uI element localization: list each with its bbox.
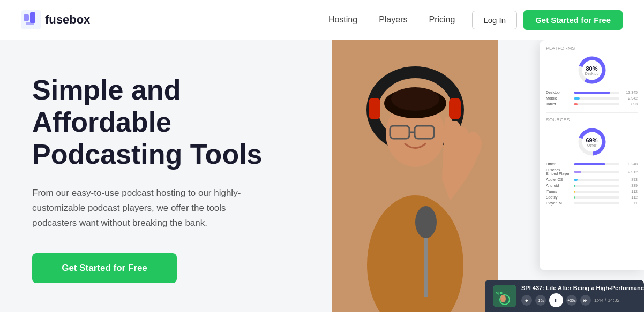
stat-label: Other xyxy=(546,162,572,166)
nav-cta-button[interactable]: Get Started for Free xyxy=(523,10,623,30)
stat-row: Tablet 893 xyxy=(546,102,638,106)
stat-bar-fill xyxy=(574,196,575,199)
player-controls: ⏮ -15s ⏸ +30s ⏭ 1:44 / 34:32 xyxy=(521,293,644,307)
player-time: 1:44 / 34:32 xyxy=(594,298,620,303)
stat-bar-fill xyxy=(574,103,578,105)
svg-point-24 xyxy=(500,295,506,302)
stat-label: PlayerFM xyxy=(546,201,572,205)
stat-bar-fill xyxy=(574,179,578,181)
hero-left: Simple and Affordable Podcasting Tools F… xyxy=(0,40,332,312)
stat-val: 112 xyxy=(621,189,638,193)
svg-text:spi: spi xyxy=(496,290,503,295)
stat-label: Apple iOS xyxy=(546,178,572,181)
stat-bar-bg xyxy=(574,92,619,94)
player-thumb-art: spi xyxy=(493,285,516,307)
stat-label: Android xyxy=(546,184,572,187)
analytics-section2-title: Sources xyxy=(546,117,638,123)
stat-row: Fusebox Embed Player 2,912 xyxy=(546,168,638,176)
nav-pricing[interactable]: Pricing xyxy=(421,11,464,29)
stat-val: 13,345 xyxy=(621,90,638,94)
player-bar: spi SPI 437: Life After Being a High-Per… xyxy=(485,280,644,312)
divider xyxy=(546,112,638,113)
stat-bar-bg xyxy=(574,179,619,181)
donut1-label: 80% Desktop xyxy=(585,65,599,75)
logo-area[interactable]: fusebox xyxy=(21,10,90,29)
donut1-wrap: 80% Desktop xyxy=(576,54,608,86)
time-total: 34:32 xyxy=(608,298,620,303)
stat-bar-bg xyxy=(574,202,619,204)
stat-row: Apple iOS 893 xyxy=(546,178,638,181)
donut1-pct: 80% xyxy=(585,65,599,72)
stat-bar-bg xyxy=(574,196,619,199)
stat-bar-fill xyxy=(574,163,605,165)
nav-links: Hosting Players Pricing xyxy=(320,11,464,29)
stat-val: 893 xyxy=(621,102,638,106)
stat-val: 2,912 xyxy=(621,170,638,174)
hero-title: Simple and Affordable Podcasting Tools xyxy=(32,74,305,170)
stat-bar-fill xyxy=(574,185,575,187)
donut2-section: 69% Other Other 3,248 Fusebox Embed Play… xyxy=(546,126,638,207)
donut2-wrap: 69% Other xyxy=(576,126,608,158)
stat-label: Desktop xyxy=(546,90,572,94)
fusebox-logo-icon xyxy=(21,10,41,29)
skip-back-button[interactable]: -15s xyxy=(535,295,546,306)
rewind-button[interactable]: ⏮ xyxy=(521,295,532,306)
stat-label: Fusebox Embed Player xyxy=(546,168,572,176)
svg-rect-1 xyxy=(24,14,29,21)
stat-row: Desktop 13,345 xyxy=(546,90,638,94)
hero-section: Simple and Affordable Podcasting Tools F… xyxy=(0,40,644,312)
stat-row: Spotify 112 xyxy=(546,195,638,199)
stat-bar-fill xyxy=(574,97,580,100)
donut2-pct: 69% xyxy=(586,137,597,143)
hero-illustration xyxy=(332,40,498,312)
stat-bar-fill xyxy=(574,92,610,94)
svg-point-16 xyxy=(415,206,437,238)
navbar: fusebox Hosting Players Pricing Log In G… xyxy=(0,0,644,40)
stat-bar-fill xyxy=(574,202,574,204)
stat-row: Mobile 2,942 xyxy=(546,96,638,100)
analytics-section1-title: Platforms xyxy=(546,45,638,51)
svg-rect-7 xyxy=(449,98,461,119)
analytics-panel: Platforms 80% Desktop Desktop xyxy=(540,40,644,270)
stat-bar-bg xyxy=(574,97,619,100)
login-button[interactable]: Log In xyxy=(472,11,517,29)
stat-row: Android 339 xyxy=(546,184,638,187)
stat-bar-bg xyxy=(574,103,619,105)
stat-bar-bg xyxy=(574,171,619,173)
donut2-sub: Other xyxy=(586,143,597,147)
hero-right: Platforms 80% Desktop Desktop xyxy=(332,40,644,312)
player-episode-title: SPI 437: Life After Being a High-Perform… xyxy=(521,285,644,291)
skip-forward-button[interactable]: +30s xyxy=(566,295,577,306)
donut1-sub: Desktop xyxy=(585,72,599,75)
hero-description: From our easy-to-use podcast hosting to … xyxy=(32,186,263,231)
stat-label: Spotify xyxy=(546,195,572,199)
stat-bar-bg xyxy=(574,163,619,165)
stat-val: 71 xyxy=(621,201,638,205)
stat-val: 339 xyxy=(621,184,638,187)
stat-label: Mobile xyxy=(546,96,572,100)
stats2-list: Other 3,248 Fusebox Embed Player 2,912 xyxy=(546,162,638,207)
time-current: 1:44 xyxy=(594,298,604,303)
player-thumbnail: spi xyxy=(493,285,516,307)
stats1-list: Desktop 13,345 Mobile 2,942 xyxy=(546,90,638,108)
stat-val: 3,248 xyxy=(621,162,638,166)
stat-bar-fill xyxy=(574,171,581,173)
stat-val: 112 xyxy=(621,195,638,199)
nav-players[interactable]: Players xyxy=(370,11,416,29)
svg-rect-2 xyxy=(30,12,35,23)
svg-point-13 xyxy=(391,87,439,111)
pause-button[interactable]: ⏸ xyxy=(549,293,563,307)
stat-row: PlayerFM 71 xyxy=(546,201,638,205)
stat-label: iTunes xyxy=(546,189,572,193)
stat-row: iTunes 112 xyxy=(546,189,638,193)
stat-bar-fill xyxy=(574,191,575,193)
stat-row: Other 3,248 xyxy=(546,162,638,166)
nav-hosting[interactable]: Hosting xyxy=(320,11,366,29)
svg-rect-3 xyxy=(26,22,34,25)
stat-bar-bg xyxy=(574,185,619,187)
svg-rect-6 xyxy=(369,98,380,119)
hero-photo xyxy=(332,40,498,312)
fast-forward-button[interactable]: ⏭ xyxy=(580,295,591,306)
hero-cta-button[interactable]: Get Started for Free xyxy=(32,253,177,283)
stat-label: Tablet xyxy=(546,102,572,106)
